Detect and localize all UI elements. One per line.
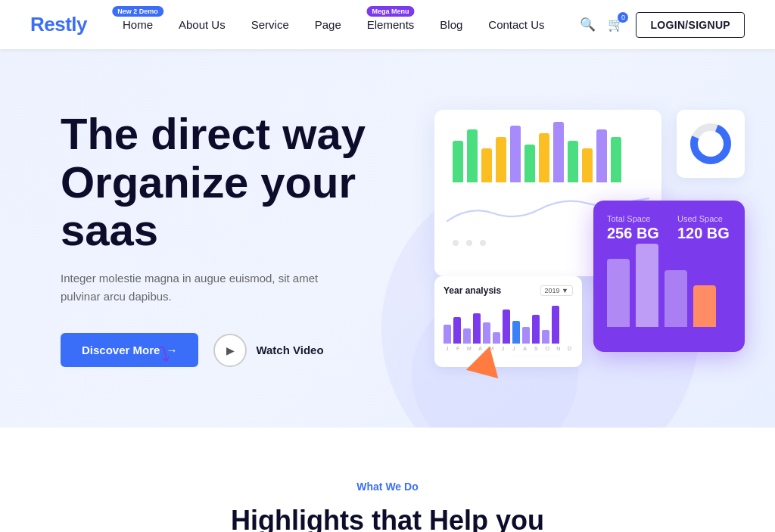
year-analysis-card: Year analysis 2019 ▼ [434,276,582,367]
nav-link-service[interactable]: Service [241,12,300,37]
nav-link-about[interactable]: About Us [168,12,236,37]
mini-bar-chart [444,302,573,344]
hero-left: The direct way Organize your saas Intege… [61,110,403,367]
year-badge[interactable]: 2019 ▼ [540,285,573,296]
year-title: Year analysis [444,285,501,296]
hero-actions: Discover More → ▶ Watch Video [61,333,403,367]
cart-badge: 0 [618,12,628,23]
what-we-do-section: What We Do Highlights that Help you cons… [0,428,775,532]
cart-icon[interactable]: 🛒 0 [608,17,624,33]
logo[interactable]: Restly [30,13,87,36]
nav-link-contact[interactable]: Contact Us [478,12,555,37]
navbar: Restly New 2 Demo Home About Us Service … [0,0,775,49]
pie-chart-card [677,110,745,178]
search-icon[interactable]: 🔍 [580,17,596,33]
section-tag: What We Do [356,481,418,493]
stats-row: Total Space 256 BG Used Space 120 BG [607,214,731,242]
section-title: Highlights that Help you construct bette… [229,503,546,532]
nav-link-page[interactable]: Page [304,12,352,37]
bar-chart [447,122,649,182]
hero-section: The direct way Organize your saas Intege… [0,49,775,428]
nav-item-page[interactable]: Page [304,12,352,37]
home-badge: New 2 Demo [112,6,163,17]
total-space: Total Space 256 BG [607,214,659,242]
dashboard-mockup: Total Space 256 BG Used Space 120 BG [412,110,745,367]
login-button[interactable]: LOGIN/SIGNUP [636,12,745,38]
nav-item-about[interactable]: About Us [168,12,236,37]
hero-right: Total Space 256 BG Used Space 120 BG [403,110,745,367]
nav-item-elements[interactable]: Mega Menu Elements [356,12,425,37]
elements-badge: Mega Menu [367,6,415,17]
purple-bar-chart [607,251,731,327]
nav-links: New 2 Demo Home About Us Service Page Me… [112,12,556,37]
nav-right: 🔍 🛒 0 LOGIN/SIGNUP [580,12,745,38]
hero-title: The direct way Organize your saas [61,110,403,254]
nav-item-blog[interactable]: Blog [429,12,473,37]
nav-item-service[interactable]: Service [241,12,300,37]
hero-subtitle: Integer molestie magna in augue euismod,… [61,269,348,306]
play-icon: ▶ [213,334,247,367]
year-header: Year analysis 2019 ▼ [444,285,573,296]
stats-card: Total Space 256 BG Used Space 120 BG [593,201,745,352]
nav-link-blog[interactable]: Blog [429,12,473,37]
watch-label: Watch Video [256,344,323,356]
watch-video-button[interactable]: ▶ Watch Video [213,334,323,367]
nav-item-contact[interactable]: Contact Us [478,12,555,37]
axis-labels: J F M A M J J A S O N D [444,346,573,351]
discover-more-button[interactable]: Discover More → [61,333,198,367]
nav-item-home[interactable]: New 2 Demo Home [112,12,163,37]
used-space: Used Space 120 BG [677,214,730,242]
